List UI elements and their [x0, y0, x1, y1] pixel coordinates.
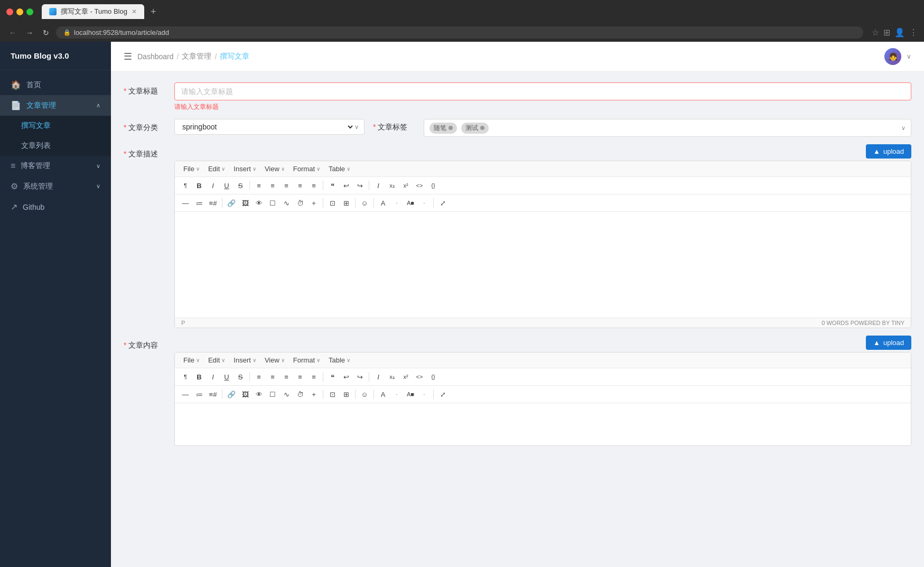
c-toolbar-btn-align-left[interactable]: ≡: [253, 370, 265, 383]
toolbar-btn-table-insert[interactable]: ⊞: [340, 197, 352, 209]
toolbar-btn-hr[interactable]: —: [179, 197, 192, 209]
toolbar-btn-font-color-drop[interactable]: ·: [390, 197, 403, 209]
c-toolbar-btn-more1[interactable]: +: [307, 388, 320, 401]
c-toolbar-btn-embed[interactable]: ⊡: [326, 388, 339, 401]
desc-editor-body[interactable]: [175, 212, 911, 318]
toolbar-btn-blockquote[interactable]: ❝: [326, 179, 339, 192]
desc-menu-table[interactable]: Table ∨: [324, 163, 354, 174]
sidebar-item-article-list[interactable]: 文章列表: [0, 136, 111, 156]
content-menu-file[interactable]: File ∨: [179, 355, 204, 366]
desc-menu-view[interactable]: View ∨: [260, 163, 289, 174]
toolbar-btn-redo[interactable]: ↪: [353, 179, 366, 192]
c-toolbar-btn-codeblock[interactable]: {}: [427, 370, 440, 383]
new-tab-button[interactable]: +: [151, 6, 156, 17]
tags-input-wrapper[interactable]: 随笔 测试 ∨: [424, 119, 911, 137]
toolbar-btn-fullscreen[interactable]: ⤢: [436, 197, 449, 209]
avatar[interactable]: 👧: [884, 48, 901, 65]
tag-item-test[interactable]: 测试: [461, 123, 489, 134]
toolbar-btn-timer[interactable]: ⏱: [294, 197, 306, 209]
c-toolbar-btn-bold[interactable]: B: [193, 370, 206, 383]
toolbar-btn-paragraph[interactable]: ¶: [179, 179, 192, 192]
c-toolbar-btn-font-color-drop[interactable]: ·: [390, 388, 403, 401]
menu-dots-icon[interactable]: ⋮: [909, 27, 918, 38]
toolbar-btn-align-left[interactable]: ≡: [253, 179, 265, 192]
c-toolbar-btn-italic[interactable]: I: [207, 370, 219, 383]
forward-button[interactable]: →: [23, 27, 36, 38]
c-toolbar-btn-preview[interactable]: 👁: [253, 388, 265, 401]
toolbar-btn-superscript[interactable]: x²: [399, 179, 412, 192]
sidebar-item-article-mgmt[interactable]: 📄 文章管理 ∧: [0, 95, 111, 116]
toolbar-btn-emoji[interactable]: ☺: [358, 197, 371, 209]
c-toolbar-btn-highlight[interactable]: A■: [404, 388, 417, 401]
desc-upload-button[interactable]: ▲ upload: [866, 144, 911, 159]
content-menu-edit[interactable]: Edit ∨: [204, 355, 229, 366]
title-input[interactable]: [174, 82, 911, 100]
c-toolbar-btn-emoji[interactable]: ☺: [358, 388, 371, 401]
desc-menu-format[interactable]: Format ∨: [289, 163, 324, 174]
toolbar-btn-italic2[interactable]: I: [372, 179, 385, 192]
toolbar-btn-align-justify[interactable]: ≡: [294, 179, 306, 192]
reload-button[interactable]: ↻: [40, 27, 52, 38]
c-toolbar-btn-redo[interactable]: ↪: [353, 370, 366, 383]
c-toolbar-btn-blockquote[interactable]: ❝: [326, 370, 339, 383]
c-toolbar-btn-special-char[interactable]: ∿: [280, 388, 293, 401]
toolbar-btn-strikethrough[interactable]: S: [234, 179, 247, 192]
c-toolbar-btn-align-center[interactable]: ≡: [266, 370, 279, 383]
back-button[interactable]: ←: [6, 27, 19, 38]
c-toolbar-btn-highlight-drop[interactable]: ·: [418, 388, 431, 401]
sidebar-item-blog-mgmt[interactable]: ≡ 博客管理 ∨: [0, 156, 111, 176]
c-toolbar-btn-subscript[interactable]: x₂: [386, 370, 398, 383]
toolbar-btn-undo[interactable]: ↩: [340, 179, 352, 192]
c-toolbar-btn-table-insert[interactable]: ⊞: [340, 388, 352, 401]
c-toolbar-btn-num-list[interactable]: ≡#: [207, 388, 219, 401]
sidebar-item-github[interactable]: ↗ Github: [0, 197, 111, 217]
toolbar-btn-code[interactable]: <>: [413, 179, 426, 192]
toolbar-btn-underline[interactable]: U: [220, 179, 233, 192]
toolbar-btn-subscript[interactable]: x₂: [386, 179, 398, 192]
c-toolbar-btn-strikethrough[interactable]: S: [234, 370, 247, 383]
sidebar-item-home[interactable]: 🏠 首页: [0, 75, 111, 95]
desc-menu-edit[interactable]: Edit ∨: [204, 163, 229, 174]
c-toolbar-btn-paragraph[interactable]: ¶: [179, 370, 192, 383]
toolbar-btn-italic[interactable]: I: [207, 179, 219, 192]
breadcrumb-dashboard[interactable]: Dashboard: [137, 52, 174, 61]
c-toolbar-btn-font-color[interactable]: A: [377, 388, 389, 401]
toolbar-btn-num-list[interactable]: ≡#: [207, 197, 219, 209]
sidebar-item-write-article[interactable]: 撰写文章: [0, 116, 111, 136]
tab-close-button[interactable]: ✕: [132, 8, 137, 15]
c-toolbar-btn-undo[interactable]: ↩: [340, 370, 352, 383]
sidebar-item-sys-mgmt[interactable]: ⚙ 系统管理 ∨: [0, 176, 111, 197]
toolbar-btn-anchor[interactable]: ☐: [266, 197, 279, 209]
toolbar-btn-font-color[interactable]: A: [377, 197, 389, 209]
toolbar-btn-highlight[interactable]: A■: [404, 197, 417, 209]
toolbar-btn-indent[interactable]: ≡: [307, 179, 320, 192]
c-toolbar-btn-align-right[interactable]: ≡: [280, 370, 293, 383]
content-menu-insert[interactable]: Insert ∨: [229, 355, 260, 366]
c-toolbar-btn-indent[interactable]: ≡: [307, 370, 320, 383]
toolbar-btn-special-char[interactable]: ∿: [280, 197, 293, 209]
c-toolbar-btn-bullet-list[interactable]: ≔: [193, 388, 206, 401]
c-toolbar-btn-timer[interactable]: ⏱: [294, 388, 306, 401]
toolbar-btn-link[interactable]: 🔗: [225, 197, 238, 209]
toolbar-btn-bold[interactable]: B: [193, 179, 206, 192]
c-toolbar-btn-underline[interactable]: U: [220, 370, 233, 383]
toolbar-btn-image[interactable]: 🖼: [239, 197, 251, 209]
profile-icon[interactable]: 👤: [894, 27, 905, 38]
c-toolbar-btn-code[interactable]: <>: [413, 370, 426, 383]
toolbar-btn-align-right[interactable]: ≡: [280, 179, 293, 192]
minimize-button[interactable]: [16, 8, 23, 15]
maximize-button[interactable]: [26, 8, 33, 15]
c-toolbar-btn-link[interactable]: 🔗: [225, 388, 238, 401]
desc-menu-file[interactable]: File ∨: [179, 163, 204, 174]
desc-menu-insert[interactable]: Insert ∨: [229, 163, 260, 174]
category-select-wrapper[interactable]: springboot ∨: [174, 119, 365, 135]
content-editor-body[interactable]: [175, 403, 911, 445]
breadcrumb-article-mgmt[interactable]: 文章管理: [182, 52, 211, 61]
c-toolbar-btn-anchor[interactable]: ☐: [266, 388, 279, 401]
content-menu-table[interactable]: Table ∨: [324, 355, 354, 366]
bookmark-icon[interactable]: ☆: [872, 27, 879, 38]
hamburger-icon[interactable]: ☰: [124, 51, 132, 62]
content-menu-view[interactable]: View ∨: [260, 355, 289, 366]
c-toolbar-btn-image[interactable]: 🖼: [239, 388, 251, 401]
toolbar-btn-preview[interactable]: 👁: [253, 197, 265, 209]
